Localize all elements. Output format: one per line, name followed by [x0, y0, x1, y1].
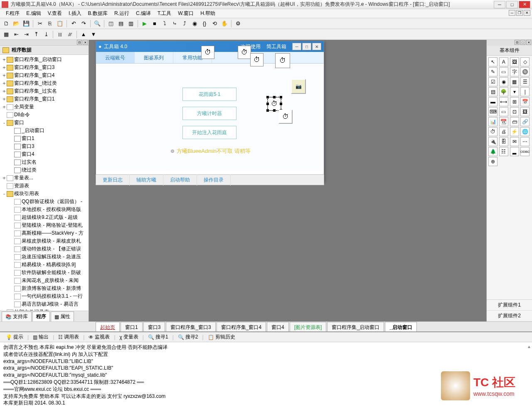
tree-node[interactable]: 一句代码授权模块3.1 - 一行 [1, 292, 88, 300]
tree-node[interactable]: QQ群验证模块（返回值） - [1, 198, 88, 206]
app-min-button[interactable]: ─ [292, 43, 301, 50]
distrib-v-icon[interactable]: ⫻ [65, 30, 74, 39]
bring-front-icon[interactable]: ▲ [79, 30, 88, 39]
timer-component-1[interactable]: ⏱ [201, 46, 214, 59]
tree-toggle-icon[interactable]: + [2, 88, 7, 94]
tree-node[interactable]: _启动窗口 [1, 127, 88, 135]
document-tab[interactable]: 窗口程序集_窗口3 [166, 322, 215, 331]
palette-edit-icon[interactable]: ✎ [488, 67, 498, 76]
palette-print-icon[interactable]: 🖨 [499, 127, 508, 136]
timer-component-3[interactable]: ⏱ [250, 53, 264, 66]
redo-icon[interactable]: ↷ [79, 19, 88, 28]
timer-component-4[interactable]: ⏱ [275, 53, 290, 68]
tree-node[interactable]: 绕过类 [1, 166, 88, 174]
menu-edit[interactable]: E.编辑 [23, 9, 44, 18]
document-tab[interactable]: [图片资源表] [290, 322, 327, 331]
palette-calendar-icon[interactable]: 📆 [499, 117, 508, 126]
tree-toggle-icon[interactable]: + [2, 104, 7, 110]
menu-program[interactable]: F.程序 [2, 9, 23, 18]
palette-image2-icon[interactable]: 🖼 [520, 107, 530, 116]
tree-node[interactable]: 过实名 [1, 158, 88, 166]
designer-surface[interactable]: ● 工具箱 4.0 欢迎使用 简工具箱 ─ □ ✕ 云端账号 [92, 40, 486, 321]
tree-node[interactable]: 缓动特效模块 - 【修正错误 [1, 245, 88, 253]
palette-list-icon[interactable]: ☰ [520, 77, 530, 86]
palette-scroll-icon[interactable]: | [520, 87, 530, 96]
tree-node[interactable]: +常量表... [1, 174, 88, 182]
timer-component-5[interactable]: ⏱ [278, 110, 293, 124]
rpanel-pin-icon[interactable]: ⊟ [515, 40, 520, 45]
layout1-icon[interactable]: ◫ [106, 19, 116, 28]
tree-toggle-icon[interactable]: + [2, 81, 7, 86]
tree-node[interactable]: -模块引用表 [1, 190, 88, 198]
tree-node[interactable]: 高斯模糊——StackVery - 方 [1, 229, 88, 237]
tree-node[interactable]: 精易模块 - 精易模块[6.9] [1, 261, 88, 269]
btab-help[interactable]: 启动帮助 [163, 174, 197, 186]
palette-group-icon[interactable]: ⊡ [510, 107, 519, 116]
run-icon[interactable]: ▶ [140, 19, 149, 28]
save-icon[interactable]: 💾 [22, 19, 31, 28]
timer-component-selected[interactable]: ⏱ [268, 97, 281, 110]
tree-node[interactable]: 窗口1 [1, 135, 88, 142]
palette-serial-icon[interactable]: ⚡ [510, 127, 519, 136]
compile-icon[interactable]: ⚙ [234, 19, 243, 28]
palette-chart-icon[interactable]: 📊 [488, 117, 498, 126]
palette-tree-icon[interactable]: 🌳 [499, 87, 508, 96]
tree-node[interactable]: 易语言防破J模块 - 易语言 [1, 300, 88, 308]
tree-node[interactable]: 登陆模块 - 网络验证-登陆札 [1, 221, 88, 229]
menu-database[interactable]: B.数据库 [85, 9, 111, 18]
cut-icon[interactable]: ✂ [35, 19, 44, 28]
menu-help[interactable]: H.帮助 [197, 9, 219, 18]
output-tab-output[interactable]: ▥输出 [30, 332, 52, 342]
palette-table-icon[interactable]: ▤ [488, 87, 498, 96]
menu-window[interactable]: W.窗口 [175, 9, 197, 18]
app-close-button[interactable]: ✕ [312, 43, 321, 50]
icon-component[interactable]: 📷 [291, 79, 306, 94]
palette-mail-icon[interactable]: ✉ [510, 137, 519, 146]
rpanel-close-icon[interactable]: ✕ [526, 40, 531, 45]
panel-close-icon[interactable]: ✕ [83, 40, 88, 45]
palette-date-icon[interactable]: 📅 [520, 97, 530, 106]
output-tab-call[interactable]: ☷调用表 [55, 332, 82, 342]
align-right-icon[interactable]: ⇥ [22, 30, 31, 39]
layout2-icon[interactable]: ▤ [116, 19, 126, 28]
align-top-icon[interactable]: ⤒ [32, 30, 41, 39]
menu-tools[interactable]: T.工具 [154, 9, 175, 18]
tree-toggle-icon[interactable]: + [2, 175, 7, 181]
app-tab-image[interactable]: 图鉴系列 [135, 52, 173, 63]
palette-button-icon[interactable]: 🔘 [520, 67, 530, 76]
tree-toggle-icon[interactable]: + [2, 57, 7, 63]
palette-net-icon[interactable]: 🌐 [520, 127, 530, 136]
document-tab[interactable]: 窗口1 [121, 322, 143, 331]
app-button-1[interactable]: 花雨庭5·1 [182, 88, 236, 101]
tree-node[interactable]: 新浪博客验证模块 - 新浪博 [1, 284, 88, 292]
palette-ext1[interactable]: 扩展组件1 [487, 300, 532, 311]
menu-insert[interactable]: I.插入 [65, 9, 85, 18]
palette-listview-icon[interactable]: ☷ [499, 147, 508, 156]
palette-check-icon[interactable]: ☑ [488, 77, 498, 86]
send-back-icon[interactable]: ▼ [89, 30, 98, 39]
open-icon[interactable]: 📂 [12, 19, 21, 28]
palette-panel-icon[interactable]: ▭ [499, 107, 508, 116]
menu-run[interactable]: R.运行 [111, 9, 133, 18]
tree-node[interactable]: +窗口程序集_窗口3 [1, 64, 88, 71]
debug1-icon[interactable]: {} [200, 19, 209, 28]
stepover-icon[interactable]: ⤵ [160, 19, 169, 28]
scroll-up-icon[interactable]: ▲ [527, 344, 531, 350]
breakpoint-icon[interactable]: ◉ [190, 19, 199, 28]
palette-timer-icon[interactable]: ⏱ [488, 127, 498, 136]
document-tab[interactable]: 窗口3 [143, 322, 165, 331]
stepout-icon[interactable]: ⤴ [180, 19, 189, 28]
tree-node[interactable]: 软件防破解全能模块 - 防破 [1, 269, 88, 277]
palette-status-icon[interactable]: ▂ [510, 147, 519, 156]
tree-node[interactable]: Dll命令 [1, 111, 88, 119]
new-icon[interactable]: 🗋 [2, 19, 11, 28]
tree-node[interactable]: +窗口程序集_窗口4 [1, 71, 88, 79]
palette-extra-icon[interactable]: ⊕ [488, 157, 498, 166]
undo-icon[interactable]: ↶ [69, 19, 78, 28]
document-tab[interactable]: 起始页 [96, 322, 120, 331]
panel-pin-icon[interactable]: ⊟ [77, 40, 82, 45]
align-bottom-icon[interactable]: ⤓ [42, 30, 51, 39]
palette-keyboard-icon[interactable]: ⌨ [488, 107, 498, 116]
palette-misc-icon[interactable]: ⋯ [520, 137, 530, 146]
tree-node[interactable]: 本地授权 - 授权模块网络版 [1, 206, 88, 213]
